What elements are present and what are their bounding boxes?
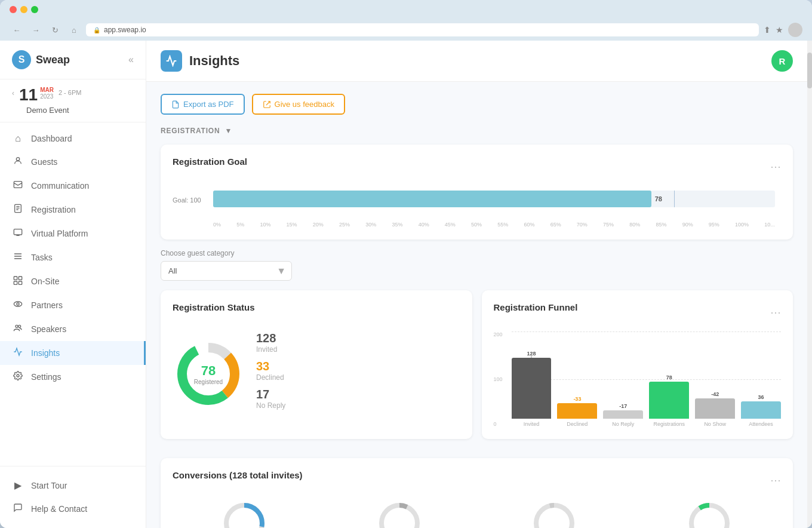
scrollbar-thumb[interactable] [807,53,812,88]
donut-number: 78 [194,363,223,378]
sidebar-item-insights[interactable]: Insights [0,341,146,365]
address-bar[interactable]: 🔒 app.sweap.io [86,23,759,36]
scrollbar-track[interactable] [807,41,812,528]
sidebar-item-help[interactable]: Help & Contact [0,497,146,521]
logo-text: Sweap [36,54,70,66]
registration-section-label: REGISTRATION [161,127,220,135]
guest-category-select[interactable]: All VIP Standard Speaker [161,261,292,281]
goal-card-menu[interactable]: ⋯ [770,160,781,173]
sidebar-item-label: Partners [31,300,63,310]
content-area: Export as PDF Give us feedback REGISTRAT… [146,82,807,528]
sidebar-item-guests[interactable]: Guests [0,150,146,174]
svg-point-12 [17,374,19,377]
sidebar-item-start-tour[interactable]: ▶ Start Tour [0,474,146,497]
sidebar-header: S Sweap « [0,41,146,79]
noreply-count: 17 [256,388,460,401]
event-nav: ‹ 11 MAR 2023 2 - 6PM [12,87,134,103]
page-title: Insights [189,53,239,69]
funnel-card-menu[interactable]: ⋯ [770,306,781,319]
action-bar: Export as PDF Give us feedback [161,94,793,115]
share-icon[interactable]: ⬆ [764,25,771,35]
sidebar-item-label: Speakers [31,324,66,334]
declined-count: 33 [256,360,460,373]
sidebar-item-label: Communication [31,181,89,191]
noreply-label: No Reply [256,401,460,410]
event-nav-arrow[interactable]: ‹ [12,89,14,97]
sidebar-item-tasks[interactable]: Tasks [0,245,146,269]
invited-count: 128 [256,331,460,345]
dashboard-icon: ⌂ [12,133,24,144]
main-content: Insights R Export as PDF Give us feedbac… [146,41,807,528]
forward-button[interactable]: → [29,23,43,37]
funnel-bar-name-registrations: Registrations [653,421,685,427]
svg-point-20 [536,505,572,528]
donut-chart: 78 Registered [173,338,244,410]
fullscreen-dot[interactable] [31,6,38,13]
user-avatar: R [771,50,793,72]
tasks-icon [12,251,24,263]
communication-icon [12,180,24,192]
registration-icon [12,204,24,216]
url-text: app.sweap.io [104,26,146,34]
goal-bar-fill: 78 [213,191,651,207]
funnel-bar-label-noshow: -42 [711,391,719,397]
sidebar-item-on-site[interactable]: On-Site [0,269,146,293]
sidebar-collapse-button[interactable]: « [128,54,134,65]
sidebar-item-virtual-platform[interactable]: Virtual Platform [0,222,146,245]
sidebar-item-partners[interactable]: Partners [0,293,146,317]
page-icon-box [161,50,182,72]
sidebar: S Sweap « ‹ 11 MAR 2023 2 - 6PM [0,41,146,528]
browser-dots [10,6,802,13]
sidebar-item-label: Tasks [31,253,53,262]
sidebar-item-communication[interactable]: Communication [0,174,146,198]
registration-funnel-card: Registration Funnel ⋯ 200 100 0 [482,290,793,439]
conversion-item-1: Registrations [173,499,316,528]
minimize-dot[interactable] [20,6,27,13]
conversions-card-menu[interactable]: ⋯ [770,474,781,487]
sidebar-item-speakers[interactable]: Speakers [0,317,146,341]
export-pdf-button[interactable]: Export as PDF [161,94,245,115]
conversion-item-4: Attendees [638,499,781,528]
speakers-icon [12,323,24,335]
sidebar-item-settings[interactable]: Settings [0,365,146,389]
sidebar-item-dashboard[interactable]: ⌂ Dashboard [0,127,146,150]
donut-center: 78 Registered [194,363,223,385]
funnel-bar-declined-fill [557,403,597,419]
funnel-bar-invited: 128 Invited [512,331,552,427]
close-dot[interactable] [10,6,17,13]
goal-card-title: Registration Goal [173,156,247,167]
registration-section-header[interactable]: REGISTRATION ▼ [161,127,793,135]
browser-toolbar: ← → ↻ ⌂ 🔒 app.sweap.io ⬆ ★ [10,19,802,41]
sidebar-item-label: Virtual Platform [31,229,88,238]
back-button[interactable]: ← [10,23,24,37]
funnel-bar-label-noreply: -17 [619,403,627,409]
conversion-circle-2 [376,499,423,528]
svg-rect-1 [14,182,21,188]
funnel-dashed-100 [512,379,782,380]
status-card-header: Registration Status [173,302,460,322]
declined-label: Declined [256,373,460,382]
feedback-label: Give us feedback [275,100,334,109]
declined-legend: 33 Declined [256,360,460,382]
lock-icon: 🔒 [93,27,100,33]
funnel-bar-attendees-fill [741,401,781,419]
start-tour-icon: ▶ [12,480,24,491]
conversion-circle-4 [685,499,733,528]
event-day: 11 [19,87,38,103]
bookmark-icon[interactable]: ★ [776,25,783,35]
invited-legend: 128 Invited [256,331,460,354]
funnel-card-header: Registration Funnel ⋯ [494,302,782,322]
event-month: MAR [40,87,54,93]
insights-icon [12,347,24,359]
refresh-button[interactable]: ↻ [48,23,62,37]
feedback-icon [263,100,271,109]
filter-label: Choose guest category [161,249,793,257]
conversion-item-2: Declined [328,499,471,528]
sidebar-item-label: Help & Contact [31,504,87,514]
filter-section: Choose guest category All VIP Standard S… [161,249,793,281]
sidebar-item-registration[interactable]: Registration [0,198,146,222]
home-button[interactable]: ⌂ [67,23,81,37]
funnel-chart-area: 200 100 0 128 [494,331,782,427]
funnel-bar-noshow-fill [695,398,735,419]
feedback-button[interactable]: Give us feedback [252,94,345,115]
